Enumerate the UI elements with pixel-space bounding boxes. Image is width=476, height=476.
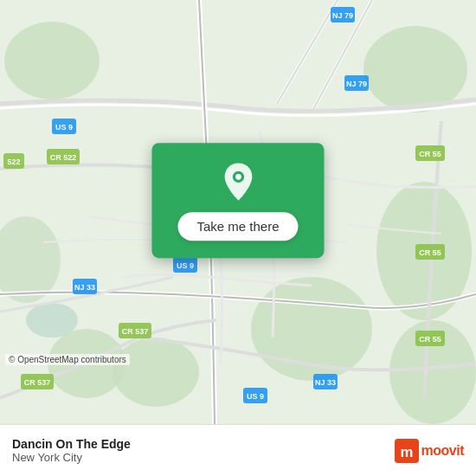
svg-text:NJ 33: NJ 33 (74, 283, 95, 292)
moovit-brand-text: moovit (421, 443, 464, 459)
svg-text:US 9: US 9 (55, 123, 73, 132)
svg-text:522: 522 (7, 158, 20, 166)
svg-text:CR 537: CR 537 (24, 378, 51, 387)
svg-text:NJ 79: NJ 79 (346, 80, 367, 88)
svg-text:CR 55: CR 55 (419, 150, 441, 158)
svg-text:m: m (400, 443, 413, 460)
svg-point-2 (4, 22, 100, 100)
location-name: Dancin On The Edge (12, 437, 131, 451)
svg-text:US 9: US 9 (247, 392, 264, 401)
svg-text:CR 537: CR 537 (122, 327, 149, 336)
svg-point-9 (26, 303, 78, 338)
take-me-there-button[interactable]: Take me there (177, 212, 298, 241)
moovit-logo: m moovit (395, 439, 464, 463)
location-pin-icon (216, 160, 260, 203)
svg-text:CR 522: CR 522 (50, 153, 77, 162)
popup-overlay: Take me there (151, 143, 324, 258)
svg-text:US 9: US 9 (177, 261, 194, 270)
moovit-logo-icon: m (395, 439, 419, 463)
copyright-text: © OpenStreetMap contributors (5, 354, 130, 365)
bottom-bar: Dancin On The Edge New York City m moovi… (0, 424, 476, 476)
svg-point-7 (113, 338, 199, 407)
svg-point-1 (363, 26, 467, 113)
map-container: NJ 79 US 9 NJ 79 CR 522 522 CR 55 CR 55 … (0, 0, 476, 424)
svg-text:CR 55: CR 55 (419, 335, 441, 344)
svg-text:CR 55: CR 55 (419, 248, 441, 257)
svg-text:NJ 79: NJ 79 (332, 11, 353, 20)
svg-text:NJ 33: NJ 33 (315, 378, 336, 387)
location-city: New York City (12, 451, 131, 464)
svg-point-44 (235, 174, 241, 180)
